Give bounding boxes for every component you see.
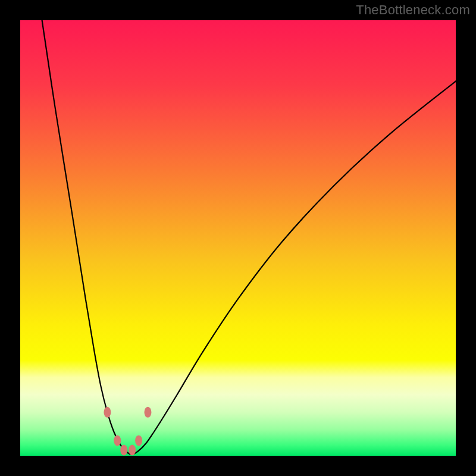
curve-marker: [104, 407, 111, 418]
curve-marker: [120, 444, 127, 455]
curve-marker: [129, 444, 136, 455]
curve-marker: [144, 407, 151, 418]
chart-frame: TheBottleneck.com: [0, 0, 476, 476]
curve-marker: [135, 435, 142, 446]
curve-marker: [114, 435, 121, 446]
watermark-text: TheBottleneck.com: [356, 2, 470, 18]
plot-area: [20, 20, 456, 456]
curve-markers: [20, 20, 456, 456]
